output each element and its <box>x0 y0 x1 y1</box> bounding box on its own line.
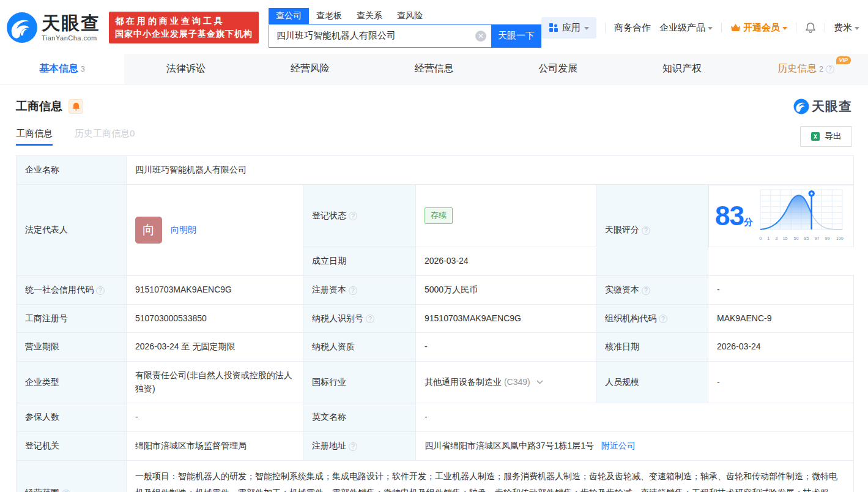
tab-basic-info[interactable]: 基本信息 3 <box>0 54 124 84</box>
logo-domain: TianYanCha.com <box>42 35 100 42</box>
search-tab-boss[interactable]: 查老板 <box>309 8 349 24</box>
avatar[interactable]: 向 <box>135 217 162 244</box>
search-tab-risk[interactable]: 查风险 <box>390 8 430 24</box>
help-icon[interactable]: ? <box>642 226 650 235</box>
legal-rep-label: 法定代表人 <box>17 184 127 275</box>
tab-legal-litigation[interactable]: 法律诉讼 <box>124 54 248 84</box>
tab-label: 知识产权 <box>662 62 702 75</box>
table-row: 统一社会信用代码? 91510703MAK9AENC9G 注册资本? 5000万… <box>17 275 854 304</box>
apps-menu[interactable]: 应用 <box>541 17 596 39</box>
industry-code: (C349) <box>504 377 530 387</box>
tab-label: 公司发展 <box>538 62 577 75</box>
table-row: 法定代表人 向 向明朗 登记状态? 存续 天眼评分? 83分 <box>17 184 854 247</box>
paid-capital-label-cell: 实缴资本? <box>596 275 708 304</box>
subtab-history-business-info[interactable]: 历史工商信息0 <box>75 128 135 146</box>
help-icon[interactable]: ? <box>62 490 70 492</box>
table-row: 参保人数 - 英文名称 - <box>17 403 854 432</box>
help-icon[interactable]: ? <box>96 286 105 295</box>
english-name-label: 英文名称 <box>303 403 416 432</box>
table-row: 登记机关 绵阳市涪城区市场监督管理局 注册地址? 四川省绵阳市涪城区凤凰中路37… <box>17 432 854 461</box>
enterprise-label: 企业级产品 <box>659 22 705 34</box>
address-label: 注册地址 <box>312 441 346 450</box>
divider <box>825 23 825 32</box>
search-tab-company[interactable]: 查公司 <box>269 8 309 24</box>
establish-date-value: 2026-03-24 <box>416 247 596 276</box>
score-tick-label: 15 <box>783 236 788 242</box>
search-box: ✕ <box>269 24 491 48</box>
business-scope-value: 一般项目：智能机器人的研发；智能控制系统集成；集成电路设计；软件开发；工业机器人… <box>127 460 854 492</box>
taxpayer-id-label: 纳税人识别号 <box>312 313 363 323</box>
tab-operation-info[interactable]: 经营信息 <box>372 54 496 84</box>
score-label-cell: 天眼评分? <box>596 184 708 275</box>
tianyancha-logo[interactable]: 天眼查 TianYanCha.com <box>6 12 100 43</box>
help-icon[interactable]: ? <box>366 315 374 323</box>
industry-label: 国标行业 <box>303 362 416 403</box>
reg-status-label: 登记状态 <box>312 211 346 220</box>
nav-cooperation[interactable]: 商务合作 <box>614 22 651 34</box>
username-label: 费米 <box>834 22 852 34</box>
company-type-value: 有限责任公司(非自然人投资或控股的法人独资) <box>127 362 303 403</box>
clear-search-icon[interactable]: ✕ <box>475 31 486 42</box>
staff-size-label: 人员规模 <box>596 362 708 403</box>
help-icon[interactable]: ? <box>659 315 667 323</box>
insured-count-label: 参保人数 <box>17 403 127 432</box>
taxpayer-quality-value: - <box>416 333 596 362</box>
tab-company-development[interactable]: 公司发展 <box>496 54 620 84</box>
reg-capital-label: 注册资本 <box>312 285 346 294</box>
uscc-label: 统一社会信用代码 <box>25 285 94 294</box>
search-button[interactable]: 天眼一下 <box>491 24 541 48</box>
tianyancha-watermark-logo: 天眼查 <box>793 98 852 115</box>
tab-count: 3 <box>81 65 85 73</box>
user-menu[interactable]: 费米 <box>834 22 859 34</box>
logo-title: 天眼查 <box>42 14 100 32</box>
chevron-down-icon[interactable] <box>536 376 543 389</box>
help-icon[interactable]: ? <box>349 442 357 451</box>
search-input[interactable] <box>276 31 475 41</box>
paid-capital-value: - <box>708 275 854 304</box>
help-icon[interactable]: ? <box>826 65 834 73</box>
notification-bell[interactable] <box>805 22 816 33</box>
score-number: 83 <box>715 201 744 231</box>
business-term-value: 2026-03-24 至 无固定期限 <box>127 333 303 362</box>
nav-open-vip[interactable]: 开通会员 <box>730 22 787 34</box>
establish-date-label: 成立日期 <box>303 247 416 276</box>
help-icon[interactable]: ? <box>349 286 357 295</box>
help-icon[interactable]: ? <box>349 212 357 220</box>
tab-intellectual-property[interactable]: 知识产权 <box>620 54 744 84</box>
help-icon[interactable]: ? <box>642 286 650 295</box>
address-value: 四川省绵阳市涪城区凤凰中路37号1栋1层1号 <box>425 441 594 450</box>
export-button[interactable]: 导出 <box>800 126 852 147</box>
apps-grid-icon <box>549 23 558 32</box>
tab-history-info[interactable]: VIP 历史信息 2 ? <box>744 54 868 84</box>
score-tick-label: 100 <box>836 236 843 242</box>
legal-rep-link[interactable]: 向明朗 <box>171 223 196 237</box>
reg-no-value: 510703000533850 <box>127 304 303 333</box>
tianyancha-swirl-icon <box>793 99 809 114</box>
tab-label: 基本信息 <box>39 62 78 75</box>
crown-icon <box>730 23 741 32</box>
english-name-value: - <box>416 403 854 432</box>
staff-size-value: - <box>708 362 854 403</box>
search-tab-relation[interactable]: 查关系 <box>349 8 390 24</box>
company-section-tabs: 基本信息 3 法律诉讼 经营风险 经营信息 公司发展 知识产权 VIP 历史信息… <box>0 54 868 84</box>
nearby-companies-link[interactable]: 附近公司 <box>601 441 636 450</box>
monitor-bell-button[interactable] <box>69 99 83 114</box>
divider <box>796 23 796 32</box>
score-tick-label: 3 <box>775 236 777 242</box>
excel-icon <box>811 132 820 141</box>
section-head: 工商信息 天眼查 <box>0 84 868 115</box>
score-curve <box>759 189 844 231</box>
tab-count: 2 <box>819 65 823 73</box>
table-row: 经营范围? 一般项目：智能机器人的研发；智能控制系统集成；集成电路设计；软件开发… <box>17 460 854 492</box>
business-info-table: 企业名称 四川班巧智能机器人有限公司 法定代表人 向 向明朗 登记状态? 存续 … <box>0 147 868 492</box>
score-chart-ticks: 0131550859799100 <box>759 235 844 242</box>
subtab-business-info[interactable]: 工商信息 <box>16 128 53 146</box>
tab-operation-risk[interactable]: 经营风险 <box>248 54 372 84</box>
address-label-cell: 注册地址? <box>303 432 416 461</box>
table-row: 企业类型 有限责任公司(非自然人投资或控股的法人独资) 国标行业 其他通用设备制… <box>17 362 854 403</box>
divider <box>605 23 606 32</box>
uscc-value: 91510703MAK9AENC9G <box>127 275 303 304</box>
nav-enterprise-products[interactable]: 企业级产品 <box>659 22 713 34</box>
tab-label: 经营信息 <box>415 62 454 75</box>
company-type-label: 企业类型 <box>17 362 127 403</box>
